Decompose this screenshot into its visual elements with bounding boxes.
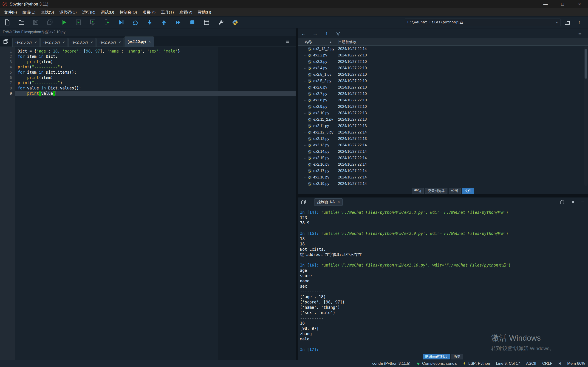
code-line[interactable]: for item in Dict: [15,54,296,59]
file-row[interactable]: ex2.3.py2024/10/27 22:10 [298,59,583,65]
back-button[interactable]: ← [300,29,308,38]
stop-button[interactable] [185,17,199,27]
editor-options-menu-button[interactable]: ≡ [283,37,292,46]
parent-folder-button[interactable]: ↑ [322,29,331,38]
code-line[interactable]: print(value) [15,91,296,96]
plugin-tab[interactable]: 帮助 [412,188,424,194]
scrollbar-thumb[interactable] [585,49,587,79]
menu-item[interactable]: 查找(S) [38,8,57,17]
editor-tab[interactable]: (ex2.7.py)× [40,38,68,47]
plugin-tab[interactable]: 文件 [462,188,474,194]
file-row[interactable]: ex2.15.py2024/10/27 22:14 [298,155,583,161]
close-tab-icon[interactable]: × [90,40,93,45]
editor-tab[interactable]: (ex2.8.py)× [69,38,96,47]
filter-button[interactable] [334,29,342,38]
browse-tabs-button[interactable] [299,198,308,206]
column-header-date[interactable]: 日期被修改 [338,40,356,44]
line-number[interactable]: 1 [0,49,15,54]
file-row[interactable]: ex2.11.py2024/10/27 22:13 [298,123,583,129]
parent-directory-button[interactable]: ↑ [574,18,584,27]
menu-item[interactable]: 工具(T) [158,8,177,17]
explorer-options-menu-button[interactable]: ≡ [576,30,584,39]
file-row[interactable]: ex2.7.py2024/10/27 22:10 [298,91,583,97]
file-row[interactable]: ex2.16.py2024/10/27 22:14 [298,161,583,168]
menu-item[interactable]: 调试(D) [98,8,117,17]
menu-item[interactable]: 源代码(C) [57,8,79,17]
file-row[interactable]: ex2.12.py2024/10/27 22:13 [298,136,583,142]
run-cell-advance-button[interactable] [86,17,100,27]
line-number[interactable]: 5 [0,70,15,75]
line-number[interactable]: 9 [0,91,15,96]
editor-tab[interactable]: (ex2.10.py)× [124,36,154,47]
preferences-button[interactable] [214,17,228,27]
line-number[interactable]: 2 [0,54,15,59]
line-number[interactable]: 3 [0,59,15,65]
browse-directory-button[interactable] [562,18,572,27]
chevron-down-icon[interactable]: ▾ [556,21,558,24]
step-return-button[interactable] [157,17,171,27]
code-line[interactable]: print(item) [15,59,296,65]
code-line[interactable]: print("----------") [15,80,296,85]
column-divider[interactable] [335,39,335,45]
continue-button[interactable] [171,17,185,27]
plugin-tab[interactable]: 变量浏览器 [425,188,447,194]
file-row[interactable]: ex2.14.py2024/10/27 22:14 [298,149,583,155]
file-row[interactable]: ex2.4.py2024/10/27 22:10 [298,65,583,72]
file-row[interactable]: ex2.18.py2024/10/27 22:14 [298,174,583,181]
step-into-button[interactable] [142,17,157,27]
column-header-name[interactable]: 名称 [304,40,312,44]
horizontal-splitter[interactable] [298,194,588,198]
close-button[interactable]: × [571,0,588,8]
menu-item[interactable]: 帮助(H) [195,8,214,17]
maximize-button[interactable]: □ [554,0,571,8]
file-row[interactable]: ex2.10.py2024/10/27 22:13 [298,110,583,117]
interrupt-kernel-icon[interactable] [571,200,576,205]
code-line[interactable]: print(item) [15,75,296,80]
file-row[interactable]: ex2.8.py2024/10/27 22:10 [298,97,583,104]
menu-item[interactable]: 文件(F) [1,8,20,17]
menu-item[interactable]: 查看(V) [177,8,195,17]
console-options-menu-icon[interactable]: ≡ [581,199,584,205]
close-tab-icon[interactable]: × [119,40,121,45]
line-number[interactable]: 8 [0,85,15,91]
close-tab-icon[interactable]: × [62,40,65,45]
browse-tabs-button[interactable] [1,37,10,46]
console-tab[interactable]: 控制台 1/A × [314,198,343,206]
step-over-button[interactable] [128,17,142,27]
line-number[interactable]: 6 [0,75,15,80]
code-line[interactable]: print("----------") [15,65,296,70]
run-cell-button[interactable] [71,17,86,27]
copy-icon[interactable] [560,200,565,205]
vertical-splitter[interactable] [296,28,298,360]
code-line[interactable]: for item in Dict.items(): [15,70,296,75]
menu-item[interactable]: 项目(P) [140,8,158,17]
menu-item[interactable]: 控制台(O) [117,8,140,17]
explorer-scrollbar[interactable] [584,46,588,186]
open-file-button[interactable] [14,17,28,27]
maximize-pane-button[interactable] [199,17,214,27]
file-row[interactable]: ex2.19.py2024/10/27 22:14 [298,181,583,186]
new-file-button[interactable] [0,17,14,27]
file-row[interactable]: ex2.13.py2024/10/27 22:14 [298,142,583,149]
line-number[interactable]: 4 [0,65,15,70]
file-row[interactable]: ex2.17.py2024/10/27 22:14 [298,168,583,174]
console-output[interactable]: In [14]: runfile('F:/WeChat Files/python… [298,208,588,353]
debug-file-button[interactable] [114,17,128,27]
console-plugin-tab[interactable]: IPython控制台 [423,354,450,359]
file-row[interactable]: ex2.12_3.py2024/10/27 22:14 [298,129,583,136]
file-row[interactable]: ex2.11_2.py2024/10/27 22:13 [298,117,583,123]
close-tab-icon[interactable]: × [35,40,37,45]
file-row[interactable]: ex2.9.py2024/10/27 22:10 [298,104,583,110]
run-button[interactable] [57,17,71,27]
close-tab-icon[interactable]: × [337,200,340,204]
file-row[interactable]: ex2.5_2.py2024/10/27 22:10 [298,78,583,84]
editor-tab[interactable]: (ex2.6.py)× [12,38,40,47]
file-row[interactable]: ex2.2.py2024/10/27 22:10 [298,52,583,59]
minimize-button[interactable]: — [537,0,554,8]
code-line[interactable]: for value in Dict.values(): [15,85,296,91]
file-row[interactable]: ex2.5_1.py2024/10/27 22:10 [298,72,583,78]
menu-item[interactable]: 运行(R) [79,8,98,17]
file-row[interactable]: ex2_12_2.py2024/10/27 22:14 [298,46,583,52]
code-line[interactable]: Dict = {'age': 18, 'score': [98, 97], 'n… [15,49,296,54]
plugin-tab[interactable]: 绘图 [449,188,461,194]
